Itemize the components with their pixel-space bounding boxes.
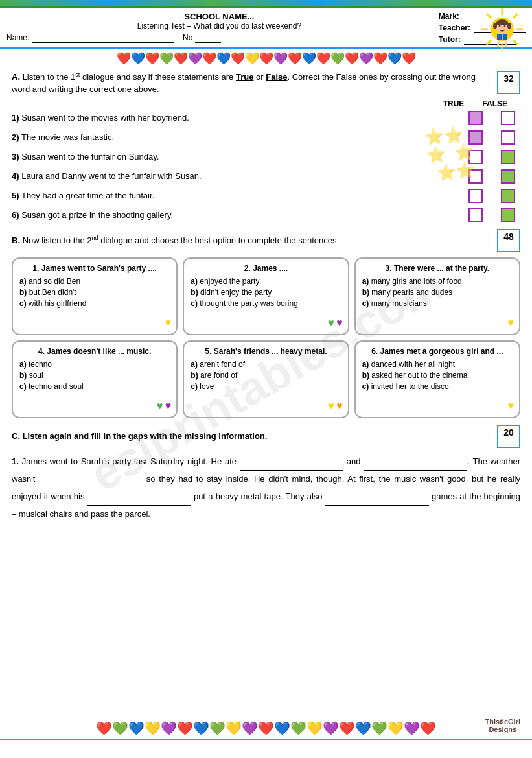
paragraph-num: 1. [12, 456, 19, 466]
card-3-option-a: a) many girls and lots of food [362, 277, 513, 286]
card-3-option-c: c) many musicians [362, 299, 513, 308]
heart-yellow-2-icon: ♥ [508, 317, 515, 329]
heart-green-2-icon: ♥ [157, 400, 163, 412]
svg-point-10 [499, 25, 501, 27]
hearts-row-top: ❤️💙❤️💚❤️💜❤️💙❤️💛❤️💜❤️💙❤️💚❤️💜❤️💙❤️ [0, 49, 532, 67]
heart-purple-icon: ♥ [336, 317, 343, 329]
header-left: SCHOOL NAME... Listening Test – What did… [6, 12, 432, 45]
paragraph-c: 1. James went to Sarah's party last Satu… [12, 453, 520, 523]
checkbox-true-3[interactable] [468, 150, 483, 164]
heart-yellow-3-icon: ♥ [328, 400, 334, 412]
card-4-option-c: c) techno and soul [19, 382, 170, 391]
svg-point-11 [504, 25, 506, 27]
card-4-option-a: a) techno [19, 360, 170, 369]
checkbox-true-1[interactable] [468, 111, 483, 125]
statement-row: 2) The movie was fantastic. [12, 130, 520, 145]
heart-yellow-4-icon: ♥ [508, 400, 515, 412]
true-label: TRUE [443, 99, 465, 108]
option-card-5: 5. Sarah's friends ... heavy metal. a) a… [183, 340, 349, 418]
false-label: FALSE [482, 99, 507, 108]
svg-line-5 [487, 14, 491, 18]
section-c-instruction: C. Listen again and fill in the gaps wit… [12, 431, 491, 442]
checkbox-false-6[interactable] [501, 208, 515, 222]
statement-text: 2) The movie was fantastic. [12, 132, 468, 142]
checkbox-false-5[interactable] [501, 189, 515, 203]
checkbox-true-5[interactable] [468, 189, 483, 203]
true-false-header: TRUE FALSE [12, 99, 520, 108]
checkbox-group [468, 130, 520, 145]
option-card-2: 2. James .... a) enjoyed the party b) di… [183, 257, 349, 335]
statement-text: 6) Susan got a prize in the shooting gal… [12, 210, 468, 220]
card-3-title: 3. There were ... at the party. [362, 264, 513, 273]
option-card-1: 1. James went to Sarah's party .... a) a… [12, 257, 178, 335]
test-title: Listening Test – What did you do last we… [6, 21, 432, 30]
svg-point-13 [507, 23, 511, 29]
option-card-4: 4. James doesn't like ... music. a) tech… [12, 340, 178, 418]
option-card-6: 6. James met a gorgeous girl and ... a) … [354, 340, 520, 418]
statement-text: 3) Susan went to the funfair on Sunday. [12, 152, 468, 161]
svg-line-7 [513, 14, 518, 18]
heart-yellow-icon: ♥ [165, 317, 172, 329]
svg-line-17 [505, 40, 507, 47]
checkbox-group [468, 150, 520, 164]
card-5-option-c: c) love [191, 382, 341, 391]
card-5-hearts: ♥ ♥ [328, 400, 342, 412]
checkbox-false-2[interactable] [501, 130, 515, 145]
bottom-border [0, 739, 532, 758]
blank-3 [39, 471, 143, 488]
blank-1 [240, 453, 343, 471]
section-a-header: A. Listen to the 1st dialogue and say if… [12, 71, 520, 95]
card-4-hearts: ♥ ♥ [157, 400, 171, 412]
statement-text: 1) Susan went to the movies with her boy… [12, 113, 468, 123]
checkbox-group [468, 208, 520, 222]
section-a-score: 32 [497, 71, 520, 94]
checkbox-true-6[interactable] [468, 208, 483, 222]
blank-5 [325, 488, 429, 506]
card-6-option-b: b) asked her out to the cinema [362, 371, 513, 380]
name-label: Name: [6, 33, 29, 42]
section-c-score: 20 [497, 425, 520, 448]
option-card-3: 3. There were ... at the party. a) many … [354, 257, 520, 335]
statement-row: 3) Susan went to the funfair on Sunday. [12, 150, 520, 164]
statement-text: 5) They had a great time at the funfair. [12, 191, 468, 200]
card-3-hearts: ♥ [508, 317, 515, 329]
card-2-option-a: a) enjoyed the party [191, 277, 341, 286]
heart-purple-2-icon: ♥ [165, 400, 172, 412]
checkbox-false-3[interactable] [501, 150, 515, 164]
checkbox-false-4[interactable] [501, 169, 515, 184]
card-5-option-a: a) aren't fond of [191, 360, 341, 369]
section-a-instruction: A. Listen to the 1st dialogue and say if… [12, 71, 491, 95]
statement-row: 1) Susan went to the movies with her boy… [12, 111, 520, 125]
svg-point-12 [493, 23, 497, 29]
teacher-label: Teacher: [439, 23, 470, 33]
card-1-option-c: c) with his girlfriend [19, 299, 170, 308]
svg-line-8 [487, 40, 491, 45]
header-section: SCHOOL NAME... Listening Test – What did… [0, 8, 532, 49]
card-1-option-a: a) and so did Ben [19, 277, 170, 286]
card-5-option-b: b) are fond of [191, 371, 341, 380]
no-underline [195, 33, 221, 43]
card-6-option-a: a) danced with her all night [362, 360, 513, 369]
sun-decoration [478, 5, 527, 54]
top-border [0, 0, 532, 8]
mark-label: Mark: [439, 12, 459, 21]
section-c: C. Listen again and fill in the gaps wit… [12, 425, 520, 523]
tutor-label: Tutor: [439, 35, 461, 45]
no-label: No [183, 33, 192, 42]
svg-line-6 [513, 40, 518, 45]
statement-text: 4) Laura and Danny went to the funfair w… [12, 171, 468, 181]
card-4-option-b: b) soul [19, 371, 170, 380]
card-2-option-c: c) thought the party was boring [191, 299, 341, 308]
checkbox-true-2[interactable] [468, 130, 483, 145]
svg-line-16 [498, 40, 499, 47]
blank-4 [87, 488, 191, 506]
name-row: Name: No [6, 33, 432, 43]
checkbox-group [468, 189, 520, 203]
checkbox-false-1[interactable] [501, 111, 515, 125]
heart-orange-icon: ♥ [336, 400, 343, 412]
card-1-option-b: b) but Ben didn't [19, 288, 170, 297]
checkbox-true-4[interactable] [468, 169, 483, 184]
statements-list: 1) Susan went to the movies with her boy… [12, 111, 520, 222]
card-4-title: 4. James doesn't like ... music. [19, 347, 170, 356]
card-2-hearts: ♥ ♥ [328, 317, 342, 329]
